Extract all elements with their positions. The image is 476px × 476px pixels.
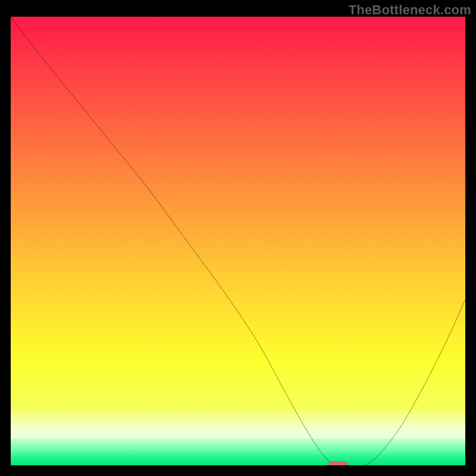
curve-path bbox=[11, 17, 465, 465]
watermark-text: TheBottleneck.com bbox=[349, 2, 471, 18]
optimal-marker bbox=[328, 461, 348, 465]
chart-frame: TheBottleneck.com bbox=[0, 0, 476, 476]
plot-area bbox=[11, 17, 465, 465]
bottleneck-curve bbox=[11, 17, 465, 465]
